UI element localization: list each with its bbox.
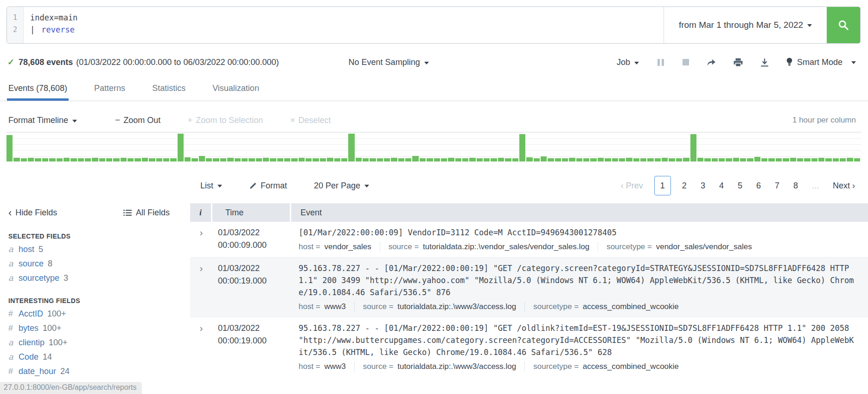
- timeline-bar[interactable]: [740, 158, 746, 161]
- event-field-source[interactable]: source = tutorialdata.zip:.\www3/access.…: [354, 302, 524, 311]
- event-field-sourcetype[interactable]: sourcetype = access_combined_wcookie: [524, 302, 687, 311]
- timeline-bar[interactable]: [484, 158, 490, 161]
- timeline-bar[interactable]: [49, 158, 55, 161]
- timeline-bar[interactable]: [462, 158, 468, 161]
- per-page-menu[interactable]: 20 Per Page: [314, 181, 369, 191]
- timeline-bar[interactable]: [427, 158, 433, 161]
- field-item-AcctID[interactable]: #AcctID100+: [8, 309, 170, 319]
- timeline-bar[interactable]: [633, 158, 639, 161]
- tab-events[interactable]: Events (78,608): [7, 78, 69, 101]
- timeline-bar[interactable]: [783, 158, 789, 161]
- timeline-bar[interactable]: [840, 158, 846, 161]
- timeline-bar[interactable]: [256, 158, 262, 161]
- timeline-bar[interactable]: [391, 158, 397, 161]
- timeline-bar[interactable]: [227, 158, 233, 161]
- timeline-bar[interactable]: [64, 158, 70, 161]
- timeline-bar[interactable]: [676, 158, 682, 161]
- expand-event-icon[interactable]: ›: [200, 227, 203, 238]
- event-raw-text[interactable]: 95.163.78.227 - - [01/Mar/2022:00:00:19]…: [299, 322, 857, 358]
- timeline-chart-bars[interactable]: [6, 132, 862, 161]
- field-item-host[interactable]: ahost5: [8, 244, 170, 254]
- timeline-bar[interactable]: [341, 158, 347, 161]
- timeline-bar[interactable]: [512, 158, 518, 161]
- pause-job-button[interactable]: [657, 59, 665, 66]
- job-menu[interactable]: Job: [617, 58, 639, 67]
- timeline-bar[interactable]: [833, 158, 839, 161]
- search-button[interactable]: [827, 7, 860, 43]
- timeline-bar[interactable]: [306, 158, 312, 161]
- timeline-bar[interactable]: [99, 158, 105, 161]
- timeline-bar[interactable]: [733, 158, 739, 161]
- timeline-bar[interactable]: [284, 158, 290, 161]
- timeline-bar[interactable]: [199, 156, 205, 161]
- timeline-bar[interactable]: [384, 158, 390, 161]
- timeline-bar[interactable]: [92, 158, 98, 161]
- timeline-bar[interactable]: [242, 158, 248, 161]
- time-range-picker[interactable]: from Mar 1 through Mar 5, 2022: [664, 7, 827, 43]
- event-field-source[interactable]: source = tutorialdata.zip:.\vendor_sales…: [380, 242, 598, 252]
- print-button[interactable]: [734, 58, 743, 67]
- timeline-bar[interactable]: [854, 158, 860, 161]
- page-button-4[interactable]: 4: [712, 181, 731, 191]
- timeline-bar[interactable]: [847, 158, 853, 161]
- format-timeline-menu[interactable]: Format Timeline: [8, 116, 77, 125]
- timeline-bar[interactable]: [583, 158, 589, 161]
- timeline-bar[interactable]: [662, 158, 668, 161]
- timeline-bar[interactable]: [569, 158, 575, 161]
- timeline-bar[interactable]: [6, 135, 13, 161]
- timeline-bar[interactable]: [134, 158, 140, 161]
- search-mode-menu[interactable]: Smart Mode: [786, 58, 856, 67]
- timeline-bar[interactable]: [412, 156, 418, 161]
- timeline-bar[interactable]: [405, 158, 411, 161]
- timeline-bar[interactable]: [78, 158, 84, 161]
- timeline-bar[interactable]: [263, 158, 269, 161]
- page-button-7[interactable]: 7: [768, 181, 786, 191]
- timeline-bar[interactable]: [213, 158, 219, 161]
- timeline-bar[interactable]: [85, 158, 91, 161]
- zoom-out-button[interactable]: −Zoom Out: [115, 115, 160, 125]
- timeline-bar[interactable]: [491, 158, 497, 161]
- field-item-sourcetype[interactable]: asourcetype3: [8, 273, 170, 283]
- timeline-bar[interactable]: [363, 158, 369, 161]
- timeline-bar[interactable]: [640, 158, 646, 161]
- field-item-source[interactable]: asource8: [8, 258, 170, 269]
- prev-page-button[interactable]: ‹ Prev: [614, 181, 650, 191]
- timeline-bar[interactable]: [441, 158, 447, 161]
- page-button-2[interactable]: 2: [675, 181, 694, 191]
- page-button-6[interactable]: 6: [749, 181, 768, 191]
- timeline-bar[interactable]: [541, 156, 547, 161]
- search-query-text[interactable]: index=main|reverse: [24, 7, 84, 43]
- timeline-bar[interactable]: [313, 158, 319, 161]
- timeline-bar[interactable]: [206, 158, 212, 161]
- timeline-bar[interactable]: [434, 158, 440, 161]
- timeline-bar[interactable]: [576, 158, 582, 161]
- timeline-bar[interactable]: [526, 157, 532, 161]
- timeline-bar[interactable]: [797, 158, 803, 161]
- timeline-bar[interactable]: [149, 158, 155, 161]
- timeline-bar[interactable]: [348, 134, 354, 161]
- timeline-bar[interactable]: [249, 158, 255, 161]
- event-field-sourcetype[interactable]: sourcetype = vendor_sales/vendor_sales: [598, 242, 760, 252]
- timeline-bar[interactable]: [619, 158, 625, 161]
- timeline-bar[interactable]: [555, 158, 561, 161]
- timeline-bar[interactable]: [804, 158, 810, 161]
- timeline-bar[interactable]: [818, 158, 824, 161]
- timeline-bar[interactable]: [747, 158, 753, 161]
- timeline-bar[interactable]: [761, 158, 767, 161]
- timeline-bar[interactable]: [519, 134, 525, 161]
- search-query-input[interactable]: 1 2 index=main|reverse: [7, 7, 664, 43]
- field-item-clientip[interactable]: aclientip100+: [8, 337, 170, 348]
- timeline-bar[interactable]: [605, 158, 611, 161]
- hide-fields-button[interactable]: ‹ Hide Fields: [8, 208, 57, 218]
- expand-event-icon[interactable]: ›: [200, 263, 203, 273]
- timeline-bar[interactable]: [13, 158, 19, 161]
- timeline-bar[interactable]: [534, 158, 540, 161]
- timeline-bar[interactable]: [498, 158, 504, 161]
- timeline-bar[interactable]: [113, 158, 119, 161]
- timeline-bar[interactable]: [754, 157, 760, 161]
- timeline-bar[interactable]: [647, 158, 653, 161]
- field-item-date_hour[interactable]: #date_hour24: [8, 366, 170, 376]
- timeline-bar[interactable]: [191, 158, 198, 161]
- timeline-bar[interactable]: [598, 158, 604, 161]
- share-job-button[interactable]: [707, 58, 716, 66]
